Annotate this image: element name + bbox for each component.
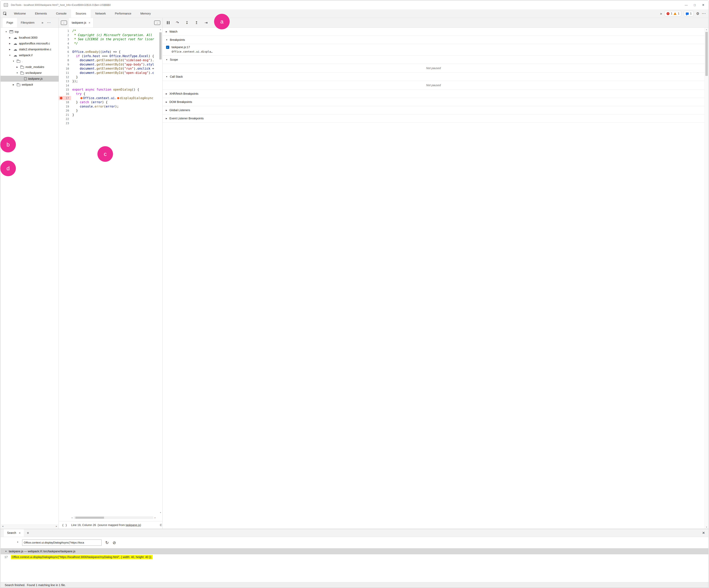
tab-performance[interactable]: Performance [110, 9, 136, 18]
line-number[interactable]: 13 [59, 79, 71, 83]
tree-item-label: top [15, 30, 19, 33]
tab-console[interactable]: Console [51, 9, 71, 18]
main-area: PageFilesystem » ··· ▼top▶☁localhost:300… [1, 18, 230, 191]
close-icon[interactable]: × [88, 21, 90, 25]
line-number[interactable]: 17 [59, 96, 71, 100]
tree-item-localhost-3000[interactable]: ▶☁localhost:3000 [1, 35, 59, 40]
inline-breakpoint-icon[interactable] [117, 97, 119, 99]
code-text: /* [71, 29, 76, 33]
line-number[interactable]: 8 [59, 58, 71, 62]
section-xhr-fetch-breakpoints[interactable]: ▶XHR/fetch Breakpoints [162, 90, 230, 98]
navigator-more-options-icon[interactable]: ··· [47, 21, 51, 24]
chevron-right-icon[interactable]: ▶ [12, 84, 15, 86]
line-number[interactable]: 21 [59, 113, 71, 117]
line-number[interactable]: 23 [59, 121, 71, 125]
scroll-up-icon[interactable]: ▲ [159, 28, 162, 30]
scrollbar-thumb[interactable] [159, 32, 162, 59]
breakpoint-entry[interactable]: ✓taskpane.js:17Office.context.ui.displa… [162, 44, 230, 56]
tab-network[interactable]: Network [91, 9, 110, 18]
line-number[interactable]: 2 [59, 33, 71, 37]
chevron-down-icon[interactable]: ▼ [4, 31, 8, 33]
tab-elements[interactable]: Elements [30, 9, 51, 18]
chevron-down-icon[interactable]: ▼ [16, 72, 19, 74]
code-text: }); [71, 79, 78, 83]
line-number[interactable]: 16 [59, 92, 71, 96]
section-breakpoints[interactable]: ▼Breakpoints [162, 36, 230, 44]
folder-icon [20, 72, 24, 75]
code-editor[interactable]: 1/*2 * Copyright (c) Microsoft Corporati… [59, 28, 162, 191]
chevron-right-icon[interactable]: ▶ [16, 66, 19, 68]
line-number[interactable]: 3 [59, 37, 71, 41]
section-scope[interactable]: ▼Scope [162, 56, 230, 64]
line-number[interactable]: 12 [59, 75, 71, 79]
editor-vertical-scrollbar[interactable]: ▲ ▼ [159, 28, 162, 191]
chevron-down-icon[interactable]: ▼ [12, 60, 15, 62]
tree-item-taskpane-js[interactable]: taskpane.js [1, 76, 59, 82]
line-number[interactable]: 22 [59, 117, 71, 121]
line-number[interactable]: 20 [59, 109, 71, 113]
section-dom-breakpoints[interactable]: ▶DOM Breakpoints [162, 98, 230, 106]
section-watch[interactable]: ▶Watch [162, 28, 230, 36]
checkbox-checked-icon[interactable]: ✓ [166, 46, 169, 49]
tree-item-node-modules[interactable]: ▶node_modules [1, 64, 59, 70]
line-number[interactable]: 1 [59, 29, 71, 33]
navigator-panel: PageFilesystem » ··· ▼top▶☁localhost:300… [1, 18, 59, 191]
show-navigator-icon[interactable]: ← [61, 21, 67, 25]
code-line: 4 */ [59, 41, 159, 46]
show-debugger-icon[interactable]: → [154, 21, 160, 25]
line-number[interactable]: 18 [59, 100, 71, 104]
tree-item-node[interactable]: ▼. [1, 58, 59, 64]
step-over-icon[interactable]: ↷ [176, 21, 179, 25]
code-line: 7 if (info.host === Office.HostType.Exce… [59, 54, 159, 58]
code-text: Office.onReady((info) => { [71, 50, 121, 54]
line-number[interactable]: 4 [59, 41, 71, 46]
tree-item-webpack[interactable]: ▼☁webpack:// [1, 52, 59, 58]
step-out-icon[interactable]: ↥ [195, 21, 198, 25]
tree-item-label: src/taskpane [25, 71, 42, 75]
inline-breakpoint-icon[interactable] [80, 97, 83, 99]
chevron-down-icon[interactable]: ▼ [8, 54, 11, 56]
breakpoint-icon[interactable] [60, 97, 62, 100]
code-lines: 1/*2 * Copyright (c) Microsoft Corporati… [59, 29, 159, 191]
line-number[interactable]: 9 [59, 62, 71, 67]
tree-item-webpack[interactable]: ▶webpack [1, 82, 59, 87]
code-line: 22 [59, 117, 159, 121]
step-into-icon[interactable]: ↧ [185, 21, 188, 25]
editor-tab-taskpane-js[interactable]: taskpane.js × [69, 18, 94, 27]
inspect-element-icon[interactable] [1, 9, 9, 18]
code-line: 5 [59, 46, 159, 50]
step-icon[interactable]: ⇥ [205, 21, 208, 25]
tree-item-src-taskpane[interactable]: ▼src/taskpane [1, 70, 59, 76]
code-line: 23 [59, 121, 159, 125]
line-number[interactable]: 15 [59, 87, 71, 92]
navigator-more-tabs-icon[interactable]: » [42, 21, 43, 25]
line-number[interactable]: 6 [59, 50, 71, 54]
line-number[interactable]: 7 [59, 54, 71, 58]
tab-sources[interactable]: Sources [71, 9, 91, 18]
tree-item-static2-sharepointonline-c[interactable]: ▶☁static2.sharepointonline.c [1, 47, 59, 52]
tree-item-top[interactable]: ▼top [1, 29, 59, 35]
line-number[interactable]: 11 [59, 71, 71, 75]
tree-item-label: static2.sharepointonline.c [19, 48, 51, 51]
tab-welcome[interactable]: Welcome [9, 9, 30, 18]
navigator-tab-filesystem[interactable]: Filesystem [17, 18, 38, 27]
code-text: } [71, 109, 78, 113]
chevron-right-icon[interactable]: ▶ [8, 36, 11, 39]
navigator-tab-page[interactable]: Page [3, 18, 17, 27]
section-global-listeners[interactable]: ▶Global Listeners [162, 106, 230, 114]
chevron-right-icon[interactable]: ▶ [8, 43, 11, 45]
main-toolbar-tabs: WelcomeElementsConsoleSourcesNetworkPerf… [9, 9, 155, 18]
chevron-right-icon[interactable]: ▶ [8, 48, 11, 51]
line-number[interactable]: 10 [59, 66, 71, 71]
tree-item-label: webpack [22, 83, 33, 86]
code-line: 16 try { [59, 92, 159, 96]
pause-icon[interactable] [167, 21, 169, 24]
line-number[interactable]: 14 [59, 83, 71, 88]
line-number[interactable]: 5 [59, 46, 71, 50]
line-number[interactable]: 19 [59, 104, 71, 109]
section-call-stack[interactable]: ▼Call Stack [162, 73, 230, 81]
section-event-listener-breakpoints[interactable]: ▶Event Listener Breakpoints [162, 114, 230, 122]
tab-memory[interactable]: Memory [136, 9, 155, 18]
code-line: 6Office.onReady((info) => { [59, 50, 159, 54]
tree-item-appsforoffice-microsoft-c[interactable]: ▶☁appsforoffice.microsoft.c [1, 40, 59, 47]
